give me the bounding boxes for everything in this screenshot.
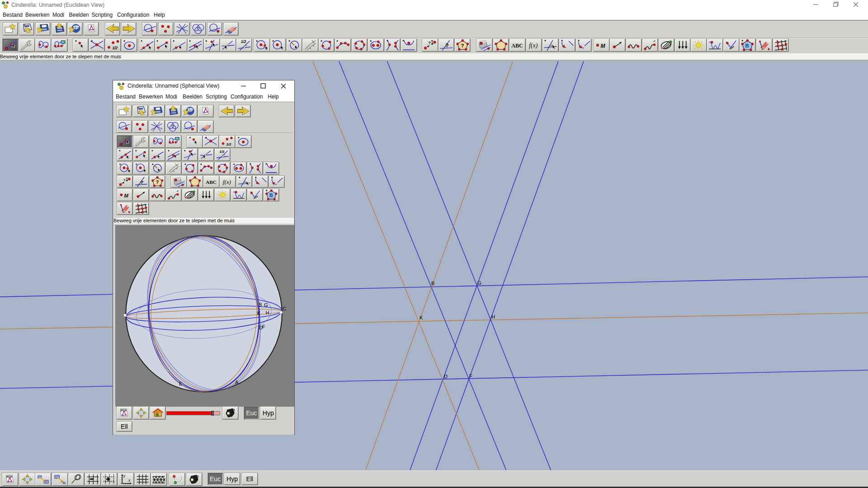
svg-text:A: A [235, 380, 239, 385]
svg-text:G: G [477, 280, 481, 286]
svg-text:H: H [491, 314, 495, 319]
svg-text:B: B [431, 281, 434, 286]
svg-text:E: E [179, 381, 182, 386]
svg-text:C: C [283, 306, 286, 311]
svg-text:D: D [444, 374, 448, 379]
svg-text:B: B [259, 302, 262, 307]
svg-text:F: F [469, 373, 472, 379]
svg-text:F: F [262, 324, 265, 329]
svg-text:K: K [257, 310, 261, 316]
svg-text:G: G [264, 302, 268, 308]
svg-text:K: K [420, 315, 423, 320]
svg-text:H: H [266, 310, 269, 315]
